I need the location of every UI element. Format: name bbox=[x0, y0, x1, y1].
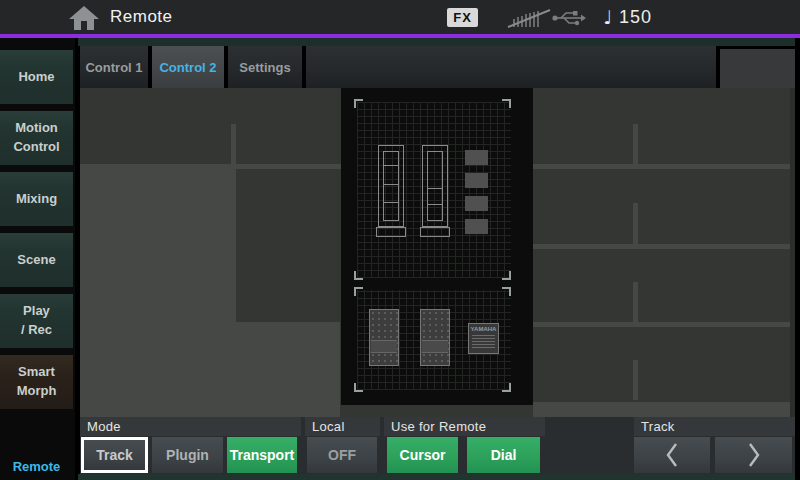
device-button-3 bbox=[465, 196, 488, 211]
main-right-edge bbox=[790, 88, 795, 417]
zone-tick-r4 bbox=[633, 360, 638, 400]
sidebar-item-motion-control[interactable]: Motion Control bbox=[0, 111, 73, 165]
usb-icon bbox=[551, 9, 587, 31]
chevron-right-icon bbox=[745, 441, 763, 469]
fader-2-base bbox=[420, 227, 450, 237]
use-for-remote-section-label: Use for Remote bbox=[384, 417, 545, 436]
foot-pedal-1 bbox=[369, 309, 399, 366]
pedal-hinge bbox=[371, 340, 397, 353]
remote-dial-button[interactable]: Dial bbox=[467, 437, 540, 473]
top-bar: Remote FX bbox=[0, 0, 800, 34]
track-section-label: Track bbox=[634, 417, 795, 436]
remote-device-graphic: YAMAHA bbox=[341, 88, 533, 405]
device-button-1 bbox=[465, 150, 488, 165]
quarter-note-icon: ♩ bbox=[603, 8, 612, 27]
corner-mark bbox=[354, 99, 363, 108]
tempo-display[interactable]: ♩ 150 bbox=[603, 0, 652, 34]
sidebar-item-mixing[interactable]: Mixing bbox=[0, 172, 73, 226]
mode-transport-button[interactable]: Transport bbox=[227, 437, 297, 473]
local-section-label: Local bbox=[305, 417, 380, 436]
mode-plugin-button[interactable]: Plugin bbox=[152, 437, 223, 473]
zone-tick-r2 bbox=[633, 203, 638, 244]
mode-section-label: Mode bbox=[80, 417, 301, 436]
corner-mark bbox=[502, 383, 511, 392]
zone-tick-r3 bbox=[633, 282, 638, 322]
device-button-2 bbox=[465, 173, 488, 188]
foot-pedal-2 bbox=[420, 309, 450, 366]
tab-control-2[interactable]: Control 2 bbox=[152, 46, 224, 88]
zone-line-row2 bbox=[533, 244, 790, 249]
remote-cursor-button[interactable]: Cursor bbox=[387, 437, 458, 473]
corner-mark bbox=[502, 287, 511, 296]
track-prev-button[interactable] bbox=[634, 437, 710, 473]
zone-tick-r1 bbox=[633, 124, 638, 164]
sidebar-item-smart-morph[interactable]: Smart Morph bbox=[0, 355, 73, 409]
speaker-stripes bbox=[472, 335, 495, 350]
tab-row-empty bbox=[306, 46, 716, 88]
sidebar: Home Motion Control Mixing Scene Play / … bbox=[0, 38, 75, 480]
zone-line-row3 bbox=[533, 322, 790, 327]
home-icon bbox=[68, 5, 100, 31]
device-button-4 bbox=[465, 219, 488, 234]
sidebar-item-scene[interactable]: Scene bbox=[0, 233, 73, 287]
tab-settings[interactable]: Settings bbox=[228, 46, 302, 88]
corner-mark bbox=[502, 99, 511, 108]
fx-status-badge: FX bbox=[447, 8, 478, 27]
sidebar-item-play-rec[interactable]: Play / Rec bbox=[0, 294, 73, 348]
corner-mark bbox=[354, 271, 363, 280]
track-next-button[interactable] bbox=[715, 437, 792, 473]
corner-mark bbox=[354, 383, 363, 392]
yamaha-controller-box: YAMAHA bbox=[468, 323, 499, 354]
page-title: Remote bbox=[110, 0, 173, 34]
zone-bottom-strip bbox=[533, 402, 790, 417]
zone-left-block bbox=[80, 164, 236, 417]
tempo-value: 150 bbox=[619, 7, 652, 28]
sidebar-item-home[interactable]: Home bbox=[0, 50, 73, 104]
home-button[interactable] bbox=[62, 4, 106, 31]
bottom-accent-strip bbox=[78, 474, 795, 480]
keyboard-mute-icon bbox=[506, 7, 552, 33]
tab-row-right-segment bbox=[720, 49, 795, 88]
zone-tick-left bbox=[231, 124, 236, 164]
fader-1-cap-line bbox=[383, 184, 399, 185]
chevron-left-icon bbox=[663, 441, 681, 469]
tab-control-1[interactable]: Control 1 bbox=[80, 46, 148, 88]
brand-label: YAMAHA bbox=[469, 326, 498, 332]
corner-mark bbox=[354, 287, 363, 296]
sidebar-item-remote[interactable]: Remote bbox=[0, 436, 73, 480]
local-off-button[interactable]: OFF bbox=[307, 437, 377, 473]
pedal-hinge bbox=[422, 340, 448, 353]
fader-1-base bbox=[376, 227, 406, 237]
tab-row-accent bbox=[78, 38, 795, 46]
zone-left-lower-block bbox=[236, 322, 340, 417]
mode-track-button[interactable]: Track bbox=[81, 437, 148, 473]
fader-2-cap-line bbox=[427, 204, 443, 205]
corner-mark bbox=[502, 271, 511, 280]
